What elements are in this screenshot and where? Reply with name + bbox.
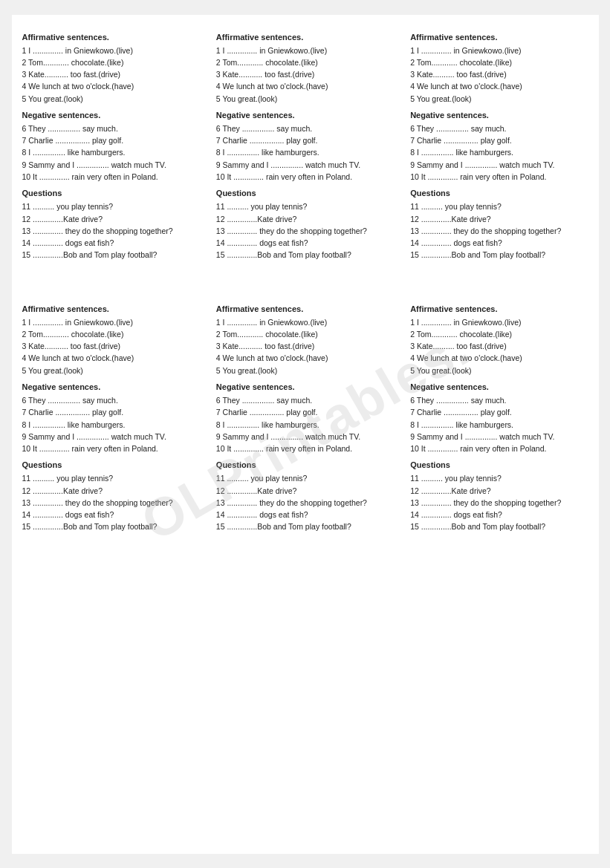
question-line-0-0: 11 .......... you play tennis? (22, 200, 200, 212)
negative-line-4-3: 9 Sammy and I ............... watch much… (216, 431, 394, 443)
question-line-2-3: 14 .............. dogs eat fish? (410, 237, 588, 249)
negative-line-5-3: 9 Sammy and I ............... watch much… (410, 431, 588, 443)
affirmative-line-2-2: 3 Kate.......... too fast.(drive) (410, 68, 588, 80)
affirmative-line-2-0: 1 I .............. in Gniewkowo.(live) (410, 45, 588, 56)
negative-title-0: Negative sentences. (22, 109, 200, 122)
affirmative-block-0: 1 I .............. in Gniewkowo.(live)2 … (22, 45, 200, 105)
negative-block-5: 6 They ............... say much.7 Charli… (410, 394, 588, 454)
negative-title-1: Negative sentences. (216, 109, 394, 122)
negative-line-2-3: 9 Sammy and I ............... watch much… (410, 159, 588, 171)
affirmative-line-0-0: 1 I .............. in Gniewkowo.(live) (22, 45, 200, 56)
worksheet-card-5: Affirmative sentences.1 I ..............… (407, 300, 591, 541)
questions-title-3: Questions (22, 459, 200, 471)
negative-line-3-0: 6 They ............... say much. (22, 394, 200, 406)
question-line-3-0: 11 .......... you play tennis? (22, 472, 200, 484)
negative-line-1-3: 9 Sammy and I ............... watch much… (216, 159, 394, 171)
negative-line-4-1: 7 Charlie ................ play golf. (216, 406, 394, 418)
affirmative-line-2-4: 5 You great.(look) (410, 93, 588, 105)
question-line-3-1: 12 ..............Kate drive? (22, 485, 200, 497)
affirmative-line-3-3: 4 We lunch at two o'clock.(have) (22, 352, 200, 364)
affirmative-line-4-1: 2 Tom............ chocolate.(like) (216, 328, 394, 340)
negative-line-4-0: 6 They ............... say much. (216, 394, 394, 406)
question-line-4-4: 15 ..............Bob and Tom play footba… (216, 521, 394, 532)
question-line-2-4: 15 ..............Bob and Tom play footba… (410, 249, 588, 261)
question-line-1-0: 11 .......... you play tennis? (216, 200, 394, 212)
questions-block-4: 11 .......... you play tennis?12 .......… (216, 472, 394, 532)
affirmative-line-0-4: 5 You great.(look) (22, 93, 200, 105)
question-line-3-2: 13 .............. they do the shopping t… (22, 497, 200, 509)
questions-title-1: Questions (216, 187, 394, 200)
questions-title-2: Questions (410, 187, 588, 200)
affirmative-line-5-0: 1 I .............. in Gniewkowo.(live) (410, 316, 588, 328)
negative-line-0-2: 8 I ............... like hamburgers. (22, 146, 200, 158)
negative-line-0-0: 6 They ............... say much. (22, 123, 200, 134)
question-line-3-3: 14 .............. dogs eat fish? (22, 509, 200, 521)
row-spacer (19, 276, 203, 293)
question-line-2-1: 12 ..............Kate drive? (410, 213, 588, 225)
negative-line-1-1: 7 Charlie ................ play golf. (216, 134, 394, 146)
affirmative-line-2-3: 4 We lunch at two o'clock.(have) (410, 80, 588, 92)
affirmative-line-1-1: 2 Tom............ chocolate.(like) (216, 56, 394, 68)
question-line-2-0: 11 .......... you play tennis? (410, 200, 588, 212)
negative-line-2-4: 10 It .............. rain very often in … (410, 171, 588, 183)
affirmative-title-4: Affirmative sentences. (216, 303, 394, 316)
question-line-2-2: 13 .............. they do the shopping t… (410, 225, 588, 237)
affirmative-line-3-4: 5 You great.(look) (22, 365, 200, 376)
questions-title-0: Questions (22, 187, 200, 200)
affirmative-line-5-4: 5 You great.(look) (410, 365, 588, 376)
affirmative-line-5-3: 4 We lunch at two o'clock.(have) (410, 352, 588, 364)
questions-block-1: 11 .......... you play tennis?12 .......… (216, 200, 394, 261)
negative-title-2: Negative sentences. (410, 109, 588, 122)
negative-line-0-3: 9 Sammy and I ............... watch much… (22, 159, 200, 171)
affirmative-block-2: 1 I .............. in Gniewkowo.(live)2 … (410, 45, 588, 105)
affirmative-line-5-1: 2 Tom............ chocolate.(like) (410, 328, 588, 340)
affirmative-block-5: 1 I .............. in Gniewkowo.(live)2 … (410, 316, 588, 376)
questions-title-5: Questions (410, 459, 588, 471)
page: OLPrintables. Affirmative sentences.1 I … (12, 15, 599, 854)
negative-line-2-0: 6 They ............... say much. (410, 123, 588, 134)
negative-line-3-3: 9 Sammy and I ............... watch much… (22, 431, 200, 443)
affirmative-line-1-4: 5 You great.(look) (216, 93, 394, 105)
negative-block-2: 6 They ............... say much.7 Charli… (410, 123, 588, 183)
affirmative-line-0-3: 4 We lunch at two o'clock.(have) (22, 80, 200, 92)
question-line-1-1: 12 ..............Kate drive? (216, 213, 394, 225)
questions-block-3: 11 .......... you play tennis?12 .......… (22, 472, 200, 532)
affirmative-line-0-2: 3 Kate........... too fast.(drive) (22, 68, 200, 80)
negative-line-0-4: 10 It .............. rain very often in … (22, 171, 200, 183)
negative-block-0: 6 They ............... say much.7 Charli… (22, 123, 200, 183)
affirmative-block-4: 1 I .............. in Gniewkowo.(live)2 … (216, 316, 394, 376)
affirmative-line-1-3: 4 We lunch at two o'clock.(have) (216, 80, 394, 92)
questions-block-5: 11 .......... you play tennis?12 .......… (410, 472, 588, 532)
negative-line-3-4: 10 It .............. rain very often in … (22, 443, 200, 454)
affirmative-line-2-1: 2 Tom............ chocolate.(like) (410, 56, 588, 68)
affirmative-line-3-2: 3 Kate........... too fast.(drive) (22, 340, 200, 352)
negative-line-1-2: 8 I ............... like hamburgers. (216, 146, 394, 158)
affirmative-line-4-0: 1 I .............. in Gniewkowo.(live) (216, 316, 394, 328)
negative-line-4-4: 10 It .............. rain very often in … (216, 443, 394, 454)
negative-block-4: 6 They ............... say much.7 Charli… (216, 394, 394, 454)
affirmative-title-0: Affirmative sentences. (22, 31, 200, 44)
negative-line-3-2: 8 I ............... like hamburgers. (22, 419, 200, 431)
affirmative-title-3: Affirmative sentences. (22, 303, 200, 316)
negative-line-5-4: 10 It .............. rain very often in … (410, 443, 588, 454)
question-line-1-2: 13 .............. they do the shopping t… (216, 225, 394, 237)
question-line-1-3: 14 .............. dogs eat fish? (216, 237, 394, 249)
negative-block-1: 6 They ............... say much.7 Charli… (216, 123, 394, 183)
question-line-5-2: 13 .............. they do the shopping t… (410, 497, 588, 509)
worksheet-card-0: Affirmative sentences.1 I ..............… (19, 28, 203, 269)
affirmative-line-0-1: 2 Tom............ chocolate.(like) (22, 56, 200, 68)
question-line-0-2: 13 .............. they do the shopping t… (22, 225, 200, 237)
question-line-5-4: 15 ..............Bob and Tom play footba… (410, 521, 588, 532)
question-line-3-4: 15 ..............Bob and Tom play footba… (22, 521, 200, 532)
questions-title-4: Questions (216, 459, 394, 471)
affirmative-block-1: 1 I .............. in Gniewkowo.(live)2 … (216, 45, 394, 105)
affirmative-line-1-2: 3 Kate........... too fast.(drive) (216, 68, 394, 80)
negative-line-1-4: 10 It .............. rain very often in … (216, 171, 394, 183)
worksheet-card-2: Affirmative sentences.1 I ..............… (407, 28, 591, 269)
worksheet-card-3: Affirmative sentences.1 I ..............… (19, 300, 203, 541)
question-line-0-1: 12 ..............Kate drive? (22, 213, 200, 225)
negative-line-5-2: 8 I ............... like hamburgers. (410, 419, 588, 431)
negative-line-5-1: 7 Charlie ................ play golf. (410, 406, 588, 418)
negative-line-2-2: 8 I ............... like hamburgers. (410, 146, 588, 158)
question-line-4-1: 12 ..............Kate drive? (216, 485, 394, 497)
